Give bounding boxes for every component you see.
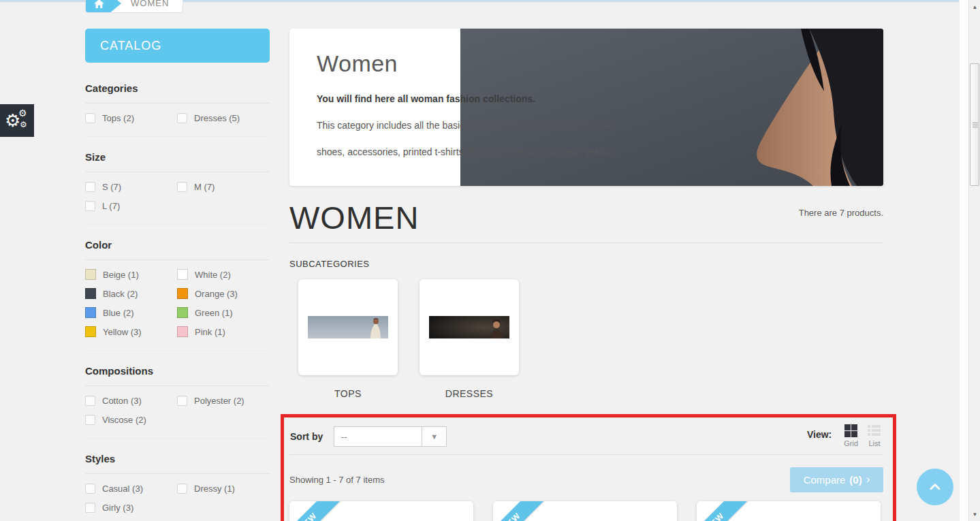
filter-option-viscose[interactable]: Viscose (2) xyxy=(85,413,177,426)
banner-lead: You will find here all woman fashion col… xyxy=(317,93,644,104)
filter-section-title: Color xyxy=(85,239,270,260)
product-count: There are 7 products. xyxy=(799,208,883,218)
grid-icon xyxy=(844,424,857,437)
filter-section-title: Compositions xyxy=(85,365,270,386)
subcategory-name-dresses[interactable]: DRESSES xyxy=(420,388,519,399)
category-description: Women You will find here all woman fashi… xyxy=(317,50,644,157)
filter-option-green[interactable]: Green (1) xyxy=(177,306,270,319)
chevron-down-icon[interactable]: ▼ xyxy=(422,427,446,446)
filter-option-dresses[interactable]: Dresses (5) xyxy=(177,111,270,125)
sort-by-label: Sort by xyxy=(290,431,323,442)
banner-line2: shoes, accessories, printed t-shirts, fe… xyxy=(317,146,644,157)
scrollbar[interactable]: ▲ ▼ xyxy=(968,0,980,521)
catalog-sidebar: CATALOG Categories Tops (2) Dresses (5) … xyxy=(85,29,270,521)
color-swatch[interactable] xyxy=(177,269,188,280)
sort-by-value: -- xyxy=(334,432,347,442)
filter-section-size: Size S (7) M (7) L (7) xyxy=(85,137,270,225)
product-grid: NEW NEW NEW xyxy=(289,501,883,521)
list-label: List xyxy=(868,439,880,447)
scrollbar-thumb[interactable] xyxy=(970,63,979,186)
new-badge: NEW xyxy=(289,501,345,521)
checkbox[interactable] xyxy=(85,396,95,406)
filter-section-title: Styles xyxy=(85,453,270,474)
color-swatch[interactable] xyxy=(177,326,188,337)
sort-by-select[interactable]: -- ▼ xyxy=(334,426,447,447)
filter-section-styles: Styles Casual (3) Dressy (1) Girly (3) xyxy=(85,439,270,521)
filter-option-l[interactable]: L (7) xyxy=(85,199,177,212)
filter-section-title: Size xyxy=(85,151,270,172)
new-badge: NEW xyxy=(697,501,752,521)
view-grid-button[interactable]: Grid xyxy=(844,424,858,447)
subcategory-name-tops[interactable]: TOPS xyxy=(298,388,398,399)
filter-option-black[interactable]: Black (2) xyxy=(85,287,177,300)
view-label: View: xyxy=(807,429,832,440)
checkbox[interactable] xyxy=(177,113,187,123)
scroll-to-top-button[interactable] xyxy=(917,469,953,505)
page-gutter xyxy=(959,0,968,521)
gear-icon: ⚙ xyxy=(18,108,27,118)
category-banner: Women You will find here all woman fashi… xyxy=(289,29,883,186)
filter-option-yellow[interactable]: Yellow (3) xyxy=(85,325,177,338)
color-swatch[interactable] xyxy=(177,307,188,318)
filter-section-compositions: Compositions Cotton (3) Polyester (2) Vi… xyxy=(85,351,270,439)
subcategory-image-dresses xyxy=(429,316,509,338)
breadcrumb: WOMEN xyxy=(85,0,183,13)
checkbox[interactable] xyxy=(177,182,187,192)
filter-option-pink[interactable]: Pink (1) xyxy=(177,325,270,338)
subcategories-label: SUBCATEGORIES xyxy=(289,259,883,269)
banner-line1: This category includes all the basics of… xyxy=(317,120,644,131)
subcategory-image-tops xyxy=(308,316,388,338)
compare-button[interactable]: Compare (0) › xyxy=(790,467,883,492)
product-card[interactable]: NEW xyxy=(697,501,881,521)
product-toolbar: Sort by -- ▼ View: Grid xyxy=(289,424,883,447)
filter-option-cotton[interactable]: Cotton (3) xyxy=(85,394,177,407)
checkbox[interactable] xyxy=(85,415,95,425)
checkbox[interactable] xyxy=(177,484,187,494)
filter-option-white[interactable]: White (2) xyxy=(177,268,270,281)
product-card[interactable]: NEW xyxy=(289,501,473,521)
new-badge: NEW xyxy=(493,501,548,521)
filter-option-dressy[interactable]: Dressy (1) xyxy=(177,481,270,495)
filter-option-casual[interactable]: Casual (3) xyxy=(85,481,177,495)
breadcrumb-home-button[interactable] xyxy=(86,0,121,12)
banner-title: Women xyxy=(317,50,644,77)
subcategories: TOPS DRESSES xyxy=(289,279,883,399)
scrollbar-down-arrow[interactable]: ▼ xyxy=(969,509,980,520)
checkbox[interactable] xyxy=(85,182,95,192)
filter-section-categories: Categories Tops (2) Dresses (5) xyxy=(85,63,270,137)
filter-option-orange[interactable]: Orange (3) xyxy=(177,287,270,300)
theme-configurator-toggle[interactable]: ⚙ ⚙ ⚙ xyxy=(0,104,34,137)
filter-option-blue[interactable]: Blue (2) xyxy=(85,306,177,319)
grid-label: Grid xyxy=(844,439,858,447)
checkbox[interactable] xyxy=(85,113,95,123)
color-swatch[interactable] xyxy=(85,307,96,318)
product-card[interactable]: NEW xyxy=(493,501,677,521)
subcategory-card-dresses[interactable] xyxy=(420,279,519,375)
category-page: WOMEN ⚙ ⚙ ⚙ CATALOG Categories Tops (2) … xyxy=(0,0,980,521)
view-list-button[interactable]: List xyxy=(868,424,881,447)
filter-option-polyester[interactable]: Polyester (2) xyxy=(177,394,270,407)
home-icon xyxy=(94,0,104,8)
color-swatch[interactable] xyxy=(85,269,96,280)
chevron-up-icon xyxy=(925,477,945,497)
color-swatch[interactable] xyxy=(85,326,96,337)
results-row: Showing 1 - 7 of 7 items Compare (0) › xyxy=(289,467,883,492)
filter-section-title: Categories xyxy=(85,82,270,104)
checkbox[interactable] xyxy=(85,484,95,494)
filter-option-s[interactable]: S (7) xyxy=(85,180,177,193)
checkbox[interactable] xyxy=(85,201,95,211)
scrollbar-up-arrow[interactable]: ▲ xyxy=(969,1,980,12)
checkbox[interactable] xyxy=(85,503,95,513)
filter-option-girly[interactable]: Girly (3) xyxy=(85,501,177,514)
main-content: Women You will find here all woman fashi… xyxy=(289,29,883,521)
showing-count: Showing 1 - 7 of 7 items xyxy=(289,475,384,485)
filter-option-m[interactable]: M (7) xyxy=(177,180,270,193)
filter-section-color: Color Beige (1) White (2) Black (2) Oran… xyxy=(85,225,270,351)
chevron-right-icon: › xyxy=(866,473,870,486)
color-swatch[interactable] xyxy=(177,288,188,299)
checkbox[interactable] xyxy=(177,396,187,406)
filter-option-tops[interactable]: Tops (2) xyxy=(85,111,177,125)
color-swatch[interactable] xyxy=(85,288,96,299)
filter-option-beige[interactable]: Beige (1) xyxy=(85,268,177,281)
subcategory-card-tops[interactable] xyxy=(298,279,398,375)
